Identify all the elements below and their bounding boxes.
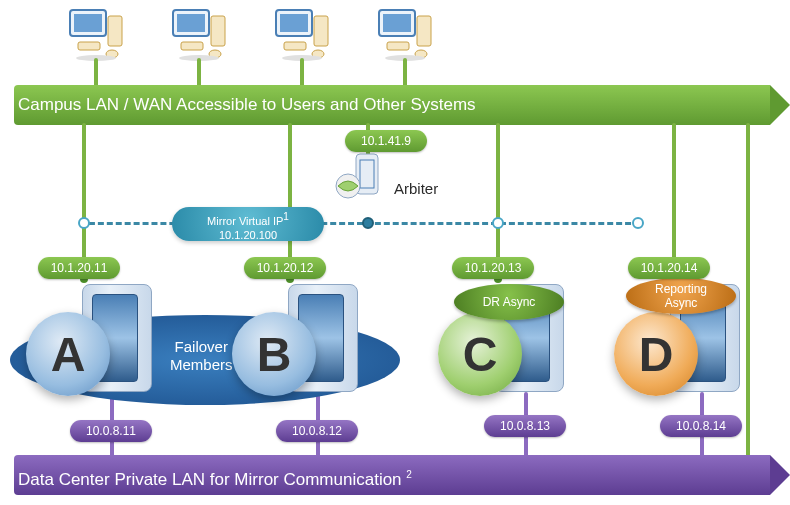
server-b-lan-ip: 10.1.20.12 [244, 257, 326, 279]
svg-rect-8 [211, 16, 225, 46]
server-a-letter: A [51, 327, 86, 382]
client-pc-icon [64, 6, 128, 62]
mirror-vip-pill: Mirror Virtual IP1 10.1.20.100 [172, 207, 324, 241]
arbiter-label: Arbiter [394, 180, 438, 197]
svg-rect-21 [387, 42, 409, 50]
server-d-disc: D [614, 312, 698, 396]
server-b-mirror-ip: 10.0.8.12 [276, 420, 358, 442]
svg-rect-15 [284, 42, 306, 50]
server-c-disc: C [438, 312, 522, 396]
wire-pc-lan [94, 58, 98, 88]
client-pc-icon [167, 6, 231, 62]
server-a-lan-ip: 10.1.20.11 [38, 257, 120, 279]
vip-dashed-link [80, 222, 640, 225]
vip-address: 10.1.20.100 [219, 229, 277, 241]
vip-endpoint-hollow [492, 217, 504, 229]
svg-rect-7 [177, 14, 205, 32]
campus-lan-band: Campus LAN / WAN Accessible to Users and… [14, 85, 770, 125]
server-a-disc: A [26, 312, 110, 396]
server-c-mirror-ip: 10.0.8.13 [484, 415, 566, 437]
server-c-lan-ip: 10.1.20.13 [452, 257, 534, 279]
vip-endpoint-hollow [78, 217, 90, 229]
wire-lan-server-c [496, 123, 500, 278]
server-b: B [228, 280, 388, 400]
server-d-mirror-ip: 10.0.8.14 [660, 415, 742, 437]
server-b-disc: B [232, 312, 316, 396]
dr-async-badge: DR Async [454, 284, 564, 320]
svg-rect-1 [74, 14, 102, 32]
svg-rect-19 [383, 14, 411, 32]
server-d-lan-ip: 10.1.20.14 [628, 257, 710, 279]
private-lan-sup: 2 [406, 469, 412, 480]
vip-line1: Mirror Virtual IP [207, 215, 283, 227]
vip-endpoint-hollow [632, 217, 644, 229]
server-b-letter: B [257, 327, 292, 382]
campus-lan-label: Campus LAN / WAN Accessible to Users and… [18, 95, 476, 114]
server-a-mirror-ip: 10.0.8.11 [70, 420, 152, 442]
arbiter-ip-pill: 10.1.41.9 [345, 130, 427, 152]
client-pc-row [0, 6, 790, 66]
wire-lan-server-a [82, 123, 86, 278]
reporting-async-badge: ReportingAsync [626, 278, 736, 314]
client-pc-icon [270, 6, 334, 62]
client-pc-icon [373, 6, 437, 62]
svg-rect-9 [181, 42, 203, 50]
server-c-letter: C [463, 327, 498, 382]
svg-rect-14 [314, 16, 328, 46]
vip-arbiter-dot [362, 217, 374, 229]
private-lan-band: Data Center Private LAN for Mirror Commu… [14, 455, 770, 495]
wire-lan-server-d [672, 123, 676, 278]
wire-lan-server-b [288, 123, 292, 278]
wire-pc-lan [403, 58, 407, 88]
server-d-letter: D [639, 327, 674, 382]
private-lan-label: Data Center Private LAN for Mirror Commu… [18, 470, 402, 489]
server-a: A [22, 280, 182, 400]
arbiter-server-icon [330, 150, 390, 200]
wire-pc-lan [197, 58, 201, 88]
vip-sup: 1 [283, 211, 289, 222]
svg-rect-20 [417, 16, 431, 46]
svg-rect-2 [108, 16, 122, 46]
failover-line1: Failover [175, 338, 228, 355]
arbiter-ip-text: 10.1.41.9 [361, 134, 411, 148]
wire-pc-lan [300, 58, 304, 88]
svg-rect-13 [280, 14, 308, 32]
svg-rect-3 [78, 42, 100, 50]
